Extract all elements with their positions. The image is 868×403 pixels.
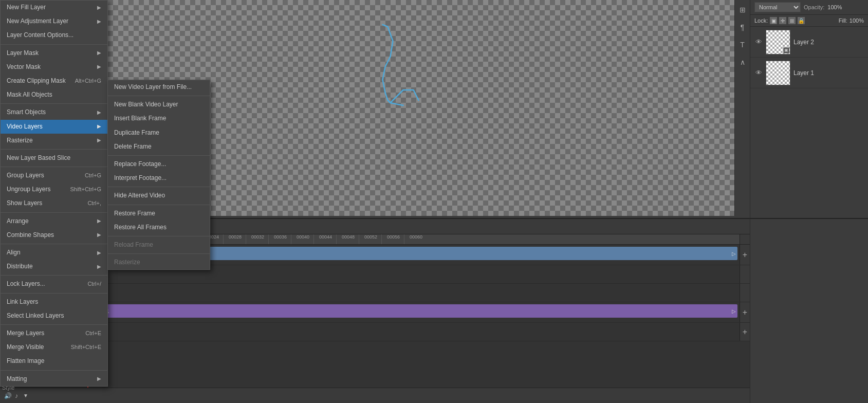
layer-thumb-1: [766, 61, 790, 85]
text-icon[interactable]: T: [737, 39, 748, 50]
submenu-new-video-layer-from-file[interactable]: New Video Layer from File...: [108, 80, 210, 94]
menu-group-layers[interactable]: Group Layers Ctrl+G: [1, 169, 107, 182]
track-add-btn-extra[interactable]: +: [740, 323, 750, 341]
submenu-insert-blank-frame[interactable]: Insert Blank Frame: [108, 112, 210, 125]
submenu-label-new-video-layer-from-file: New Video Layer from File...: [114, 82, 192, 92]
lock-pixels-icon[interactable]: ▣: [770, 17, 777, 24]
submenu-hide-altered-video[interactable]: Hide Altered Video: [108, 189, 210, 203]
menu-video-layers[interactable]: Video Layers ▶: [1, 120, 107, 134]
track-add-btn-layer2[interactable]: +: [740, 245, 750, 265]
sep1: [1, 44, 107, 45]
menu-new-fill-layer[interactable]: New Fill Layer ▶: [1, 1, 107, 14]
layer-thumb-2: ▣: [766, 30, 790, 54]
menu-label-create-clipping-mask: Create Clipping Mask: [7, 76, 66, 86]
visibility-icon-layer1[interactable]: 👁: [754, 69, 763, 77]
menu-rasterize[interactable]: Rasterize ▶: [1, 134, 107, 148]
menu-combine-shapes[interactable]: Combine Shapes ▶: [1, 228, 107, 242]
menu-merge-layers[interactable]: Merge Layers Ctrl+E: [1, 326, 107, 340]
menu-mask-all-objects[interactable]: Mask All Objects: [1, 88, 107, 102]
menu-ungroup-layers[interactable]: Ungroup Layers Shift+Ctrl+G: [1, 182, 107, 196]
menu-distribute[interactable]: Distribute ▶: [1, 260, 107, 273]
arrow-matting: ▶: [97, 375, 101, 383]
align-icon[interactable]: ⊞: [737, 4, 748, 15]
sep6: [1, 244, 107, 244]
arrow-layer-mask: ▶: [97, 49, 101, 57]
menu-smart-objects[interactable]: Smart Objects ▶: [1, 105, 107, 119]
track-add-btn-layer1[interactable]: +: [740, 302, 750, 322]
submenu-video-layers: New Video Layer from File... New Blank V…: [107, 80, 210, 270]
sep2: [1, 103, 107, 104]
lock-label: Lock:: [754, 17, 768, 24]
track-spacer-empty1: [740, 284, 750, 302]
submenu-interpret-footage[interactable]: Interpret Footage...: [108, 171, 210, 185]
menu-link-layers[interactable]: Link Layers: [1, 295, 107, 309]
lock-row: Lock: ▣ ✛ ⊞ 🔒 Fill: 100%: [750, 15, 868, 27]
menu-align[interactable]: Align ▶: [1, 246, 107, 260]
menu-layer-mask[interactable]: Layer Mask ▶: [1, 46, 107, 60]
tick-9: 00036: [268, 234, 291, 244]
menu-new-adjustment-layer[interactable]: New Adjustment Layer ▶: [1, 14, 107, 28]
submenu-duplicate-frame[interactable]: Duplicate Frame: [108, 126, 210, 140]
submenu-sep3: [108, 187, 210, 187]
arrow-smart-objects: ▶: [97, 108, 101, 117]
menu-label-merge-visible: Merge Visible: [7, 342, 44, 352]
tick-15: 00060: [404, 234, 427, 244]
track-end-layer1: ▷: [730, 304, 737, 318]
menu-label-mask-all-objects: Mask All Objects: [7, 90, 52, 100]
track-content-extra: [87, 323, 740, 341]
submenu-label-insert-blank-frame: Insert Blank Frame: [114, 114, 166, 123]
menu-arrange[interactable]: Arrange ▶: [1, 214, 107, 228]
frame-controls: ▼: [23, 393, 28, 398]
submenu-new-blank-video-layer[interactable]: New Blank Video Layer: [108, 98, 210, 112]
submenu-rasterize: Rasterize: [108, 255, 210, 269]
menu-flatten-image[interactable]: Flatten Image: [1, 354, 107, 368]
layer-item-1[interactable]: 👁 Layer 1: [750, 58, 868, 88]
shortcut-lock-layers: Ctrl+/: [87, 280, 101, 289]
submenu-restore-all-frames[interactable]: Restore All Frames: [108, 221, 210, 234]
menu-label-group-layers: Group Layers: [7, 171, 44, 180]
submenu-sep2: [108, 155, 210, 156]
menu-label-new-layer-based-slice: New Layer Based Slice: [7, 153, 70, 163]
menu-new-layer-based-slice[interactable]: New Layer Based Slice: [1, 151, 107, 165]
menu-label-align: Align: [7, 248, 21, 258]
track-row-empty1: [0, 284, 750, 302]
menu-label-flatten-image: Flatten Image: [7, 356, 44, 366]
menu-merge-visible[interactable]: Merge Visible Shift+Ctrl+E: [1, 340, 107, 354]
lock-all-icon[interactable]: 🔒: [798, 17, 805, 24]
menu-matting[interactable]: Matting ▶: [1, 372, 107, 386]
menu-label-arrange: Arrange: [7, 216, 29, 226]
music-icon[interactable]: ♪: [15, 392, 18, 399]
submenu-delete-frame[interactable]: Delete Frame: [108, 140, 210, 154]
menu-vector-mask[interactable]: Vector Mask ▶: [1, 60, 107, 74]
submenu-label-interpret-footage: Interpret Footage...: [114, 173, 167, 183]
paragraph-icon[interactable]: ¶: [737, 22, 748, 33]
speaker-icon[interactable]: 🔊: [4, 392, 12, 399]
menu-select-linked-layers[interactable]: Select Linked Layers: [1, 309, 107, 323]
menu-lock-layers[interactable]: Lock Layers... Ctrl+/: [1, 277, 107, 291]
track-content-layer1: Layer 1 ▷: [87, 302, 740, 322]
submenu-replace-footage[interactable]: Replace Footage...: [108, 157, 210, 171]
menu-create-clipping-mask[interactable]: Create Clipping Mask Alt+Ctrl+G: [1, 74, 107, 88]
menu-layer-content-options[interactable]: Layer Content Options...: [1, 28, 107, 42]
menu-show-layers[interactable]: Show Layers Ctrl+,: [1, 196, 107, 210]
track-end-layer2: ▷: [730, 247, 737, 260]
submenu-label-restore-frame: Restore Frame: [114, 209, 155, 218]
track-row-extra: +: [0, 323, 750, 341]
lock-artboard-icon[interactable]: ⊞: [788, 17, 796, 24]
track-bar-layer1[interactable]: Layer 1 ▷: [87, 304, 737, 318]
submenu-restore-frame[interactable]: Restore Frame: [108, 207, 210, 221]
lock-move-icon[interactable]: ✛: [779, 17, 786, 24]
submenu-label-hide-altered-video: Hide Altered Video: [114, 191, 165, 200]
layer-item-2[interactable]: 👁 ▣ Layer 2: [750, 27, 868, 58]
visibility-icon-layer2[interactable]: 👁: [754, 38, 763, 46]
playback-row: 🔊 ♪ ▼: [0, 388, 750, 403]
submenu-label-delete-frame: Delete Frame: [114, 142, 152, 152]
right-panel-bottom: [750, 218, 868, 403]
sep5: [1, 212, 107, 213]
menu-label-link-layers: Link Layers: [7, 297, 38, 307]
right-tools-sidebar: ⊞ ¶ T ∧: [734, 0, 750, 216]
arrow-rasterize: ▶: [97, 136, 101, 144]
track-content-empty1: [87, 284, 740, 302]
blend-mode-select[interactable]: Normal: [754, 2, 801, 12]
brush-icon[interactable]: ∧: [737, 57, 748, 68]
